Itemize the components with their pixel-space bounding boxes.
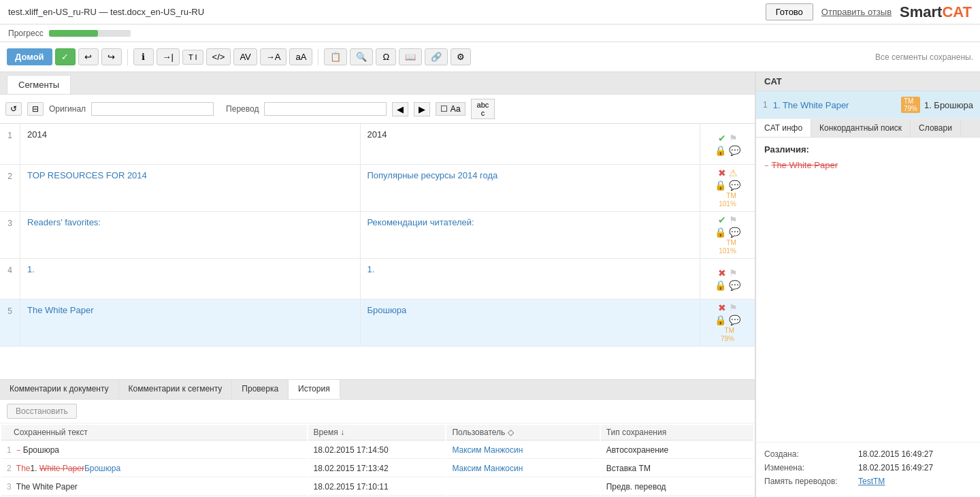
abc-filter-button[interactable]: abcc xyxy=(471,99,495,119)
flag-icon[interactable]: ⚑ xyxy=(729,268,738,278)
warning-icon[interactable]: ⚠ xyxy=(729,167,738,178)
format-button[interactable]: T I xyxy=(182,50,203,65)
segment-original[interactable]: Readers' favorites: xyxy=(20,212,361,258)
tab-seg-comments[interactable]: Комментарии к сегменту xyxy=(119,380,233,399)
cross-icon[interactable]: ✖ xyxy=(718,302,726,313)
lock-icon[interactable]: 🔒 xyxy=(715,280,726,291)
settings-button[interactable]: ⚙ xyxy=(451,48,471,65)
table-row[interactable]: 1 2014 2014 ✔ ⚑ 🔒 💬 xyxy=(0,124,755,165)
omega-button[interactable]: Ω xyxy=(376,48,396,65)
tab-history[interactable]: История xyxy=(289,380,340,399)
action-row-2: 🔒 💬 xyxy=(715,227,740,238)
comment-icon[interactable]: 💬 xyxy=(729,227,740,238)
saved-text-value: Брошюра xyxy=(23,445,59,455)
check-icon[interactable]: ✔ xyxy=(718,214,726,225)
av-button[interactable]: AV xyxy=(233,48,257,65)
cat-diff: − The White Paper xyxy=(764,160,972,170)
cat-tab-dictionaries[interactable]: Словари xyxy=(911,119,961,137)
insert-tag-button[interactable]: →| xyxy=(157,48,180,65)
comment-icon[interactable]: 💬 xyxy=(729,280,740,291)
history-type: Вставка ТМ xyxy=(601,460,753,477)
segment-translation[interactable]: Популярные ресурсы 2014 года xyxy=(361,165,701,211)
restore-button[interactable]: Восстановить xyxy=(7,404,77,419)
history-row[interactable]: 1 − Брошюра 18.02.2015 17:14:50 Максим М… xyxy=(1,442,753,459)
segment-original[interactable]: 2014 xyxy=(20,124,361,164)
meta-tm-row: Память переводов: TestTM xyxy=(764,477,972,486)
tab-check[interactable]: Проверка xyxy=(232,380,289,399)
otpravit-button[interactable]: Отправить отзыв xyxy=(821,7,892,17)
comment-icon[interactable]: 💬 xyxy=(729,145,740,156)
filter-row: ↺ ⊟ Оригинал Перевод ◀ ▶ ☐ Аа abcc xyxy=(0,95,755,124)
filter-funnel-button[interactable]: ⊟ xyxy=(27,102,44,116)
segments-tab[interactable]: Сегменты xyxy=(7,75,71,94)
table-row[interactable]: 3 Readers' favorites: Рекомендации читат… xyxy=(0,212,755,259)
clipboard-button[interactable]: 📋 xyxy=(324,48,347,65)
action-row-2: 🔒 💬 xyxy=(715,280,740,291)
arrow-a-button[interactable]: →A xyxy=(260,48,287,65)
meta-tm-label: Память переводов: xyxy=(764,477,853,486)
del-icon: − xyxy=(16,446,20,454)
cross-icon[interactable]: ✖ xyxy=(718,268,726,278)
redo-button[interactable]: ↪ xyxy=(101,48,122,65)
comment-icon[interactable]: 💬 xyxy=(729,315,740,325)
meta-tm-value[interactable]: TestTM xyxy=(858,477,885,486)
lock-icon[interactable]: 🔒 xyxy=(715,180,726,191)
history-body: 1 − Брошюра 18.02.2015 17:14:50 Максим М… xyxy=(1,442,753,496)
filter-reset-button[interactable]: ↺ xyxy=(5,102,22,116)
link-button[interactable]: 🔗 xyxy=(425,48,448,65)
tab-doc-comments[interactable]: Комментарии к документу xyxy=(0,380,119,399)
history-row[interactable]: 3 The White Paper 18.02.2015 17:10:11 Пр… xyxy=(1,479,753,496)
restore-row: Восстановить xyxy=(0,400,755,423)
main-layout: Сегменты ↺ ⊟ Оригинал Перевод ◀ ▶ ☐ Аа a… xyxy=(0,72,980,497)
next-segment-button[interactable]: ▶ xyxy=(414,102,430,116)
action-row-2: 🔒 💬 xyxy=(715,145,740,156)
check-icon[interactable]: ✔ xyxy=(718,133,726,144)
row-num: 2 xyxy=(7,464,12,473)
lock-icon[interactable]: 🔒 xyxy=(715,315,726,325)
segment-translation[interactable]: 2014 xyxy=(361,124,701,164)
case-sensitive-button[interactable]: ☐ Аа xyxy=(436,102,465,116)
table-row[interactable]: 2 TOP RESOURCES FOR 2014 Популярные ресу… xyxy=(0,165,755,212)
confirm-button[interactable]: ✓ xyxy=(55,48,76,65)
home-button[interactable]: Домой xyxy=(7,48,52,65)
history-type: Предв. перевод xyxy=(601,479,753,496)
flag-icon[interactable]: ⚑ xyxy=(729,302,738,313)
cat-tab-concordance[interactable]: Конкордантный поиск xyxy=(811,119,911,137)
cat-header: CAT xyxy=(756,72,980,91)
history-row[interactable]: 2 The1. White PaperБрошюра 18.02.2015 17… xyxy=(1,460,753,477)
aa-button[interactable]: aA xyxy=(289,48,312,65)
cat-result-row[interactable]: 1 1. The White Paper ТМ79% 1. Брошюра xyxy=(756,91,980,119)
meta-created-label: Создана: xyxy=(764,449,853,459)
segment-translation[interactable]: 1. xyxy=(361,259,701,299)
cat-result-num: 1 xyxy=(763,100,768,110)
segment-original[interactable]: 1. xyxy=(20,259,361,299)
flag-icon[interactable]: ⚑ xyxy=(729,133,738,144)
search-button[interactable]: 🔍 xyxy=(350,48,373,65)
translation-filter-input[interactable] xyxy=(264,102,387,116)
table-row[interactable]: 4 1. 1. ✖ ⚑ 🔒 💬 xyxy=(0,259,755,300)
cross-icon[interactable]: ✖ xyxy=(718,167,726,178)
segment-original[interactable]: The White Paper xyxy=(20,300,361,346)
cat-tab-info[interactable]: CAT инфо xyxy=(756,119,811,137)
undo-button[interactable]: ↩ xyxy=(78,48,99,65)
segment-actions: ✖ ⚑ 🔒 💬 xyxy=(700,259,755,299)
table-row[interactable]: 5 The White Paper Брошюра ✖ ⚑ 🔒 💬 ТМ79% xyxy=(0,300,755,347)
cat-result-original: 1. The White Paper xyxy=(773,100,897,110)
lock-icon[interactable]: 🔒 xyxy=(715,227,726,238)
original-filter-input[interactable] xyxy=(91,102,214,116)
segment-translation[interactable]: Рекомендации читателей: xyxy=(361,212,701,258)
flag-icon[interactable]: ⚑ xyxy=(729,214,738,225)
gotovo-button[interactable]: Готово xyxy=(766,3,813,20)
book-button[interactable]: 📖 xyxy=(399,48,422,65)
source-button[interactable]: </> xyxy=(206,48,231,65)
comment-icon[interactable]: 💬 xyxy=(729,180,740,191)
lock-icon[interactable]: 🔒 xyxy=(715,145,726,156)
segment-translation[interactable]: Брошюра xyxy=(361,300,701,346)
segment-original[interactable]: TOP RESOURCES FOR 2014 xyxy=(20,165,361,211)
history-time: 18.02.2015 17:14:50 xyxy=(308,442,446,459)
saved-text-value: The White Paper xyxy=(16,482,78,492)
prev-segment-button[interactable]: ◀ xyxy=(392,102,408,116)
info-button[interactable]: ℹ xyxy=(133,48,154,65)
saved-text-ins: Брошюра xyxy=(84,464,120,473)
action-row: ✔ ⚑ xyxy=(718,133,738,144)
